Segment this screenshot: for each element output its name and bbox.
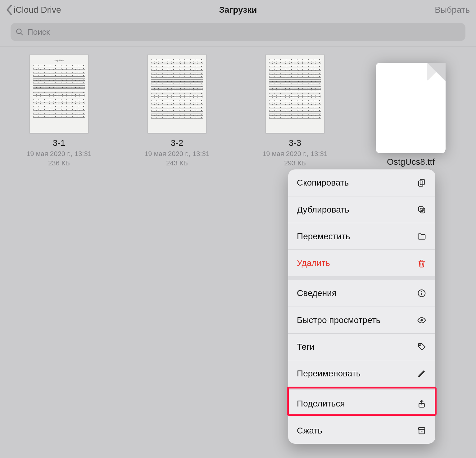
file-date: 19 мая 2020 г., 13:31 xyxy=(144,150,210,158)
file-thumbnail xyxy=(265,54,324,133)
menu-group: Поделиться Сжать xyxy=(288,390,435,444)
menu-item-label: Скопировать xyxy=(297,178,349,188)
svg-point-11 xyxy=(420,319,423,321)
svg-line-1 xyxy=(21,33,23,35)
file-size: 243 КБ xyxy=(166,159,188,167)
menu-item-info[interactable]: Сведения xyxy=(288,280,435,307)
file-date: 19 мая 2020 г., 13:31 xyxy=(262,150,328,158)
file-item[interactable]: 3-3 19 мая 2020 г., 13:31 293 КБ xyxy=(255,54,335,168)
file-meta: 19 мая 2020 г., 13:31 236 КБ xyxy=(19,149,99,168)
archive-icon xyxy=(417,426,427,436)
menu-item-label: Быстро просмотреть xyxy=(297,315,380,325)
file-name: 3-1 xyxy=(19,138,99,148)
folder-icon xyxy=(417,231,427,241)
selected-file-name: OstgUcs8.ttf xyxy=(367,157,455,167)
svg-rect-15 xyxy=(419,429,424,434)
search-bar-wrap xyxy=(0,20,476,47)
context-menu: Скопировать Дублировать Переместить Удал… xyxy=(288,169,435,444)
menu-group: Скопировать Дублировать Переместить Удал… xyxy=(288,169,435,276)
menu-item-label: Поделиться xyxy=(297,399,345,409)
file-meta: 19 мая 2020 г., 13:31 293 КБ xyxy=(255,149,335,168)
search-bar[interactable] xyxy=(11,23,465,41)
pencil-icon xyxy=(417,369,427,379)
file-date: 19 мая 2020 г., 13:31 xyxy=(26,150,92,158)
file-name: 3-3 xyxy=(255,138,335,148)
file-item[interactable]: only time 3-1 19 мая 2020 г., 13:31 236 … xyxy=(19,54,99,168)
file-thumbnail: only time xyxy=(29,54,88,133)
svg-point-10 xyxy=(421,291,422,292)
info-icon xyxy=(417,288,427,298)
trash-icon xyxy=(417,258,427,268)
menu-item-rename[interactable]: Переименовать xyxy=(288,360,435,387)
svg-point-12 xyxy=(419,345,421,346)
menu-item-quicklook[interactable]: Быстро просмотреть xyxy=(288,307,435,333)
menu-item-share[interactable]: Поделиться xyxy=(288,390,435,417)
files-app-screen: { "nav": { "back_label": "iCloud Drive",… xyxy=(0,0,476,458)
back-button[interactable]: iCloud Drive xyxy=(6,5,61,15)
chevron-left-icon xyxy=(6,5,12,15)
menu-item-label: Переместить xyxy=(297,231,350,241)
menu-separator xyxy=(288,387,435,390)
menu-item-label: Сведения xyxy=(297,288,337,298)
file-size: 293 КБ xyxy=(284,159,306,167)
copy-icon xyxy=(417,178,427,188)
menu-item-label: Переименовать xyxy=(297,369,360,379)
thumb-title: only time xyxy=(33,59,85,62)
back-label: iCloud Drive xyxy=(14,5,61,15)
menu-separator xyxy=(288,276,435,280)
menu-item-label: Теги xyxy=(297,342,315,352)
menu-item-copy[interactable]: Скопировать xyxy=(288,169,435,196)
duplicate-icon xyxy=(417,205,427,215)
file-item[interactable]: 3-2 19 мая 2020 г., 13:31 243 КБ xyxy=(137,54,217,168)
menu-item-label: Удалить xyxy=(297,258,330,268)
file-size: 236 КБ xyxy=(48,159,70,167)
menu-group: Сведения Быстро просмотреть Теги Переиме… xyxy=(288,280,435,387)
tag-icon xyxy=(417,342,427,352)
menu-item-delete[interactable]: Удалить xyxy=(288,249,435,276)
file-name: 3-2 xyxy=(137,138,217,148)
menu-item-tags[interactable]: Теги xyxy=(288,333,435,360)
search-icon xyxy=(16,28,24,36)
file-meta: 19 мая 2020 г., 13:31 243 КБ xyxy=(137,149,217,168)
menu-item-compress[interactable]: Сжать xyxy=(288,417,435,444)
search-input[interactable] xyxy=(27,27,460,37)
menu-item-duplicate[interactable]: Дублировать xyxy=(288,196,435,223)
select-button[interactable]: Выбрать xyxy=(435,5,470,15)
navbar: iCloud Drive Загрузки Выбрать xyxy=(0,0,476,20)
selected-file-icon[interactable] xyxy=(376,63,446,153)
file-thumbnail xyxy=(147,54,206,133)
svg-rect-3 xyxy=(419,181,423,186)
menu-item-label: Сжать xyxy=(297,426,322,436)
menu-item-move[interactable]: Переместить xyxy=(288,223,435,249)
menu-item-label: Дублировать xyxy=(297,205,349,215)
eye-icon xyxy=(417,315,427,325)
share-icon xyxy=(417,399,427,409)
page-title: Загрузки xyxy=(0,5,476,15)
